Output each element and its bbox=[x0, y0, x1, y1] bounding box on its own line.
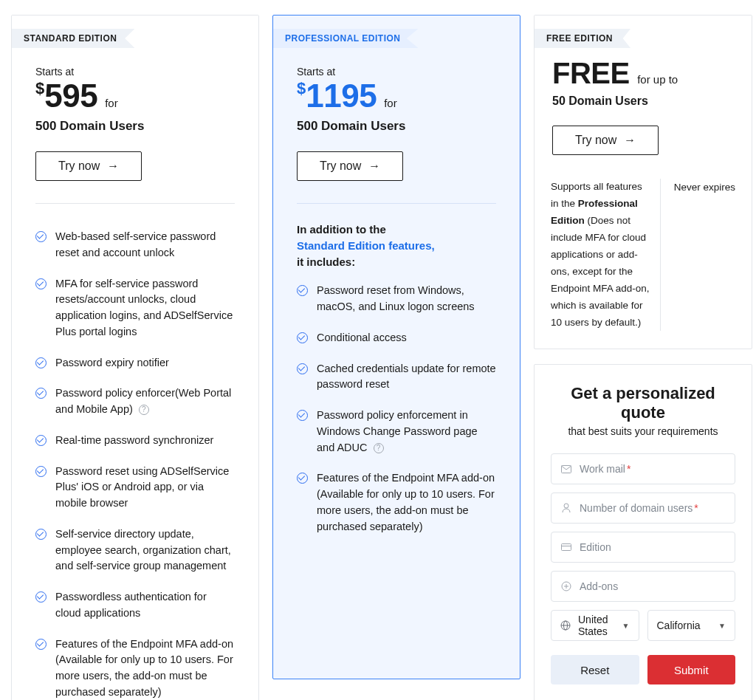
svg-point-1 bbox=[564, 504, 568, 508]
feature-text: Features of the Endpoint MFA add-on (Ava… bbox=[55, 636, 235, 701]
state-value: California bbox=[657, 620, 701, 631]
never-expires: Never expires bbox=[674, 179, 735, 193]
currency-symbol: $ bbox=[35, 79, 44, 97]
arrow-right-icon: → bbox=[107, 160, 119, 172]
check-circle-icon bbox=[297, 285, 308, 296]
try-now-label: Try now bbox=[320, 159, 361, 173]
starts-at-label: Starts at bbox=[35, 66, 235, 78]
badge-wrap: PROFESSIONAL EDITION bbox=[273, 16, 520, 48]
feature-item: Web-based self-service password reset an… bbox=[35, 222, 235, 269]
check-circle-icon bbox=[35, 466, 47, 477]
intro-line-1: In addition to the bbox=[297, 223, 386, 236]
user-icon bbox=[560, 503, 572, 513]
check-circle-icon bbox=[297, 473, 308, 484]
feature-text: Self-service directory update, employee … bbox=[55, 526, 235, 574]
check-circle-icon bbox=[35, 388, 47, 399]
free-notes: Supports all features in the Professiona… bbox=[551, 179, 735, 331]
badge-wrap: FREE EDITION bbox=[535, 16, 752, 48]
check-circle-icon bbox=[297, 363, 308, 374]
price: $595 bbox=[35, 78, 97, 114]
users-count: 500 Domain Users bbox=[35, 119, 235, 134]
feature-text: Password reset using ADSelfService Plus'… bbox=[55, 464, 235, 512]
try-now-button[interactable]: Try now → bbox=[297, 151, 403, 181]
price-amount: 1195 bbox=[306, 78, 377, 114]
feature-item: Cached credentials update for remote pas… bbox=[297, 354, 496, 401]
feature-text: MFA for self-service password resets/acc… bbox=[55, 276, 235, 340]
price-row: FREE for up to bbox=[552, 57, 734, 90]
feature-text: Real-time password synchronizer bbox=[55, 433, 213, 449]
try-now-button[interactable]: Try now → bbox=[35, 151, 142, 181]
help-icon[interactable]: ? bbox=[139, 405, 149, 415]
feature-item: Password policy enforcement in Windows C… bbox=[297, 400, 496, 463]
feature-item: MFA for self-service password resets/acc… bbox=[35, 269, 235, 348]
arrow-right-icon: → bbox=[624, 134, 636, 146]
check-circle-icon bbox=[35, 529, 47, 540]
check-circle-icon bbox=[297, 332, 308, 343]
feature-text: Password expiry notifier bbox=[55, 355, 169, 371]
intro-bold: Standard Edition features, bbox=[297, 239, 435, 252]
divider bbox=[297, 203, 496, 204]
submit-button[interactable]: Submit bbox=[647, 655, 736, 684]
starts-at-label: Starts at bbox=[297, 66, 496, 78]
check-circle-icon bbox=[297, 410, 308, 421]
feature-item: Password policy enforcer(Web Portal and … bbox=[35, 378, 235, 425]
feature-text: Conditional access bbox=[317, 330, 407, 346]
feature-text: Password policy enforcement in Windows C… bbox=[317, 408, 496, 456]
quote-subtitle: that best suits your requirements bbox=[551, 425, 735, 437]
divider bbox=[35, 203, 235, 204]
feature-list: Web-based self-service password reset an… bbox=[35, 222, 235, 700]
feature-item: Passwordless authentication for cloud ap… bbox=[35, 582, 235, 629]
users-count: 50 Domain Users bbox=[552, 95, 734, 108]
domain-users-placeholder: Number of domain users* bbox=[580, 502, 698, 514]
feature-text: Web-based self-service password reset an… bbox=[55, 229, 235, 261]
arrow-right-icon: → bbox=[368, 160, 380, 172]
feature-item: Password reset using ADSelfService Plus'… bbox=[35, 456, 235, 519]
edition-placeholder: Edition bbox=[580, 541, 611, 553]
state-select[interactable]: California ▼ bbox=[647, 610, 736, 641]
currency-symbol: $ bbox=[297, 79, 306, 97]
plan-badge: PROFESSIONAL EDITION bbox=[273, 29, 418, 48]
users-count: 500 Domain Users bbox=[297, 119, 496, 134]
try-now-button[interactable]: Try now → bbox=[552, 126, 659, 155]
plan-badge: STANDARD EDITION bbox=[12, 29, 134, 48]
plan-card-free: FREE EDITION FREE for up to 50 Domain Us… bbox=[534, 15, 752, 349]
plan-body: Starts at $1195 for 500 Domain Users Try… bbox=[273, 48, 520, 563]
chevron-down-icon: ▼ bbox=[718, 622, 726, 630]
check-circle-icon bbox=[35, 278, 47, 289]
country-value: United States bbox=[578, 614, 615, 637]
price: $1195 bbox=[297, 78, 377, 114]
feature-text: Features of the Endpoint MFA add-on (Ava… bbox=[317, 470, 496, 535]
addons-placeholder: Add-ons bbox=[580, 580, 618, 592]
feature-item: Conditional access bbox=[297, 323, 496, 354]
feature-item: Password reset from Windows, macOS, and … bbox=[297, 275, 496, 323]
feature-text: Password policy enforcer(Web Portal and … bbox=[55, 385, 235, 418]
quote-card: Get a personalized quote that best suits… bbox=[534, 364, 752, 700]
right-column: FREE EDITION FREE for up to 50 Domain Us… bbox=[534, 15, 752, 700]
edition-field[interactable]: Edition bbox=[551, 532, 735, 563]
envelope-icon bbox=[560, 465, 572, 473]
addons-field[interactable]: Add-ons bbox=[551, 571, 735, 602]
feature-intro: In addition to the Standard Edition feat… bbox=[297, 222, 496, 270]
work-mail-field[interactable]: Work mail* bbox=[551, 453, 735, 484]
domain-users-field[interactable]: Number of domain users* bbox=[551, 493, 735, 524]
free-note-text: Supports all features in the Professiona… bbox=[551, 179, 661, 331]
quote-title: Get a personalized quote bbox=[551, 384, 735, 422]
check-circle-icon bbox=[35, 435, 47, 446]
free-price-text: FREE bbox=[552, 57, 630, 89]
try-now-label: Try now bbox=[575, 134, 616, 147]
try-now-label: Try now bbox=[58, 159, 100, 173]
check-circle-icon bbox=[35, 591, 47, 603]
feature-item: Real-time password synchronizer bbox=[35, 425, 235, 456]
work-mail-placeholder: Work mail* bbox=[580, 463, 630, 475]
help-icon[interactable]: ? bbox=[374, 443, 384, 453]
plan-body: Starts at $595 for 500 Domain Users Try … bbox=[12, 48, 258, 700]
price-amount: 595 bbox=[44, 78, 97, 114]
badge-wrap: STANDARD EDITION bbox=[12, 16, 258, 48]
price-row: $595 for bbox=[35, 78, 235, 114]
country-select[interactable]: United States ▼ bbox=[551, 610, 639, 641]
reset-button[interactable]: Reset bbox=[551, 655, 639, 684]
feature-item: Features of the Endpoint MFA add-on (Ava… bbox=[297, 463, 496, 542]
feature-list: Password reset from Windows, macOS, and … bbox=[297, 275, 496, 542]
feature-text: Password reset from Windows, macOS, and … bbox=[317, 283, 496, 315]
plan-card-professional: PROFESSIONAL EDITION Starts at $1195 for… bbox=[272, 15, 520, 679]
